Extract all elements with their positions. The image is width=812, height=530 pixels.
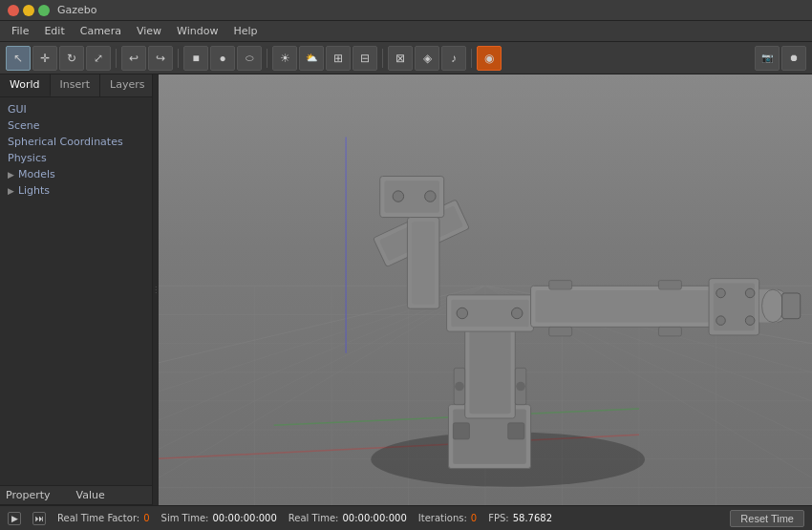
select-tool-button[interactable]: ↖ — [6, 46, 31, 71]
svg-rect-34 — [469, 318, 510, 413]
svg-rect-44 — [535, 290, 709, 322]
real-time-value: 00:00:00:000 — [342, 513, 406, 523]
svg-point-52 — [745, 288, 755, 298]
sun-button[interactable]: ☀ — [272, 46, 297, 71]
box-button[interactable]: ■ — [183, 46, 208, 71]
fps-value: 58.7682 — [513, 513, 552, 523]
rotate-tool-button[interactable]: ↻ — [59, 46, 84, 71]
tree-item-lights-label: Lights — [18, 184, 50, 197]
svg-point-51 — [716, 288, 726, 298]
svg-rect-46 — [658, 281, 681, 290]
tree-item-models-label: Models — [18, 168, 55, 180]
viewport[interactable] — [159, 74, 812, 505]
tree-item-models[interactable]: ▶ Models — [0, 166, 152, 182]
sim-time-label: Sim Time: — [161, 513, 209, 523]
menu-edit[interactable]: Edit — [36, 23, 72, 39]
play-button[interactable]: ▶ — [8, 512, 21, 525]
title-bar: Gazebo — [0, 0, 812, 21]
undo-button[interactable]: ↩ — [121, 46, 146, 71]
toolbar-separator-4 — [382, 49, 383, 68]
tree-item-scene[interactable]: Scene — [0, 117, 152, 134]
menu-camera[interactable]: Camera — [73, 23, 129, 39]
cylinder-button[interactable]: ⬭ — [237, 46, 262, 71]
left-panel: World Insert Layers GUI Scene Spherical … — [0, 74, 153, 505]
model-button[interactable]: ⊞ — [326, 46, 351, 71]
toolbar-separator-5 — [471, 49, 472, 68]
iterations-item: Iterations: 0 — [418, 513, 477, 523]
sim-time-item: Sim Time: 00:00:00:000 — [161, 513, 277, 523]
tree-item-gui-label: GUI — [8, 103, 27, 116]
svg-point-54 — [745, 316, 755, 326]
property-header: Property Value — [0, 486, 152, 505]
sphere-button[interactable]: ● — [210, 46, 235, 71]
redo-button[interactable]: ↪ — [148, 46, 173, 71]
real-time-label: Real Time: — [288, 513, 339, 523]
audio-button[interactable]: ♪ — [441, 46, 466, 71]
svg-point-42 — [511, 307, 522, 318]
close-button[interactable] — [8, 5, 19, 16]
property-panel: Property Value — [0, 485, 152, 505]
minimize-button[interactable] — [23, 5, 34, 16]
viewport-canvas — [159, 74, 812, 505]
toolbar-separator-3 — [267, 49, 267, 68]
tab-insert[interactable]: Insert — [51, 74, 101, 96]
app-title: Gazebo — [57, 4, 97, 16]
highlight-button[interactable]: ◉ — [477, 46, 502, 71]
models-arrow-icon: ▶ — [8, 170, 14, 180]
status-bar: ▶ ⏭ Real Time Factor: 0 Sim Time: 00:00:… — [0, 505, 812, 530]
svg-rect-58 — [782, 293, 801, 319]
svg-rect-31 — [453, 423, 469, 439]
step-button[interactable]: ⏭ — [32, 512, 46, 525]
toolbar: ↖ ✛ ↻ ⤢ ↩ ↪ ■ ● ⬭ ☀ ⛅ ⊞ ⊟ ⊠ ◈ ♪ ◉ 📷 ⏺ — [0, 42, 812, 74]
screenshot-button[interactable]: 📷 — [755, 46, 780, 71]
sensor-button[interactable]: ◈ — [415, 46, 439, 71]
svg-rect-47 — [549, 327, 572, 336]
tree-item-spherical[interactable]: Spherical Coordinates — [0, 134, 152, 150]
translate-tool-button[interactable]: ✛ — [32, 46, 57, 71]
menu-view[interactable]: View — [129, 23, 169, 39]
tree-item-lights[interactable]: ▶ Lights — [0, 182, 152, 199]
tab-world[interactable]: World — [0, 74, 51, 96]
toolbar-separator-2 — [178, 49, 179, 68]
tree-item-spherical-label: Spherical Coordinates — [8, 136, 123, 148]
real-time-factor-label: Real Time Factor: — [57, 513, 139, 523]
link-button[interactable]: ⊠ — [388, 46, 413, 71]
real-time-factor-item: Real Time Factor: 0 — [57, 513, 150, 523]
tree-item-gui[interactable]: GUI — [0, 101, 152, 117]
menu-help[interactable]: Help — [225, 23, 265, 39]
toolbar-separator-1 — [116, 49, 117, 68]
svg-rect-66 — [412, 222, 435, 304]
svg-rect-32 — [508, 423, 524, 439]
fps-label: FPS: — [488, 513, 509, 523]
tree-item-scene-label: Scene — [8, 119, 40, 132]
fps-item: FPS: 58.7682 — [488, 513, 552, 523]
iterations-value: 0 — [471, 513, 477, 523]
tab-layers[interactable]: Layers — [100, 74, 155, 96]
value-col-header: Value — [76, 489, 147, 501]
real-time-item: Real Time: 00:00:00:000 — [288, 513, 407, 523]
cloud-button[interactable]: ⛅ — [299, 46, 324, 71]
tree-item-physics[interactable]: Physics — [0, 150, 152, 166]
svg-point-63 — [393, 191, 403, 201]
robot-arm-svg — [235, 103, 808, 505]
main-content: World Insert Layers GUI Scene Spherical … — [0, 74, 812, 505]
menu-window[interactable]: Window — [169, 23, 225, 39]
svg-rect-45 — [549, 281, 572, 290]
joint-button[interactable]: ⊟ — [353, 46, 377, 71]
scale-tool-button[interactable]: ⤢ — [86, 46, 111, 71]
reset-time-button[interactable]: Reset Time — [730, 510, 804, 527]
svg-point-41 — [457, 307, 467, 318]
maximize-button[interactable] — [38, 5, 50, 16]
svg-point-64 — [425, 191, 436, 201]
record-button[interactable]: ⏺ — [781, 46, 806, 71]
panel-tabs: World Insert Layers — [0, 74, 152, 97]
toolbar-right: 📷 ⏺ — [755, 46, 806, 71]
lights-arrow-icon: ▶ — [8, 186, 14, 196]
window-controls — [8, 5, 50, 16]
menu-file[interactable]: File — [4, 23, 36, 39]
svg-point-38 — [516, 382, 525, 392]
real-time-factor-value: 0 — [143, 513, 149, 523]
svg-rect-48 — [658, 327, 681, 336]
tree-item-physics-label: Physics — [8, 152, 47, 164]
svg-point-37 — [455, 382, 464, 392]
